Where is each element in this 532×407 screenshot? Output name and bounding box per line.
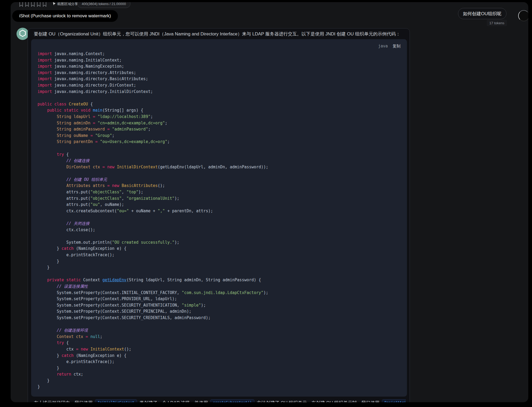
share-region-button[interactable]: 截图区域分享 xyxy=(53,2,78,6)
code-line: return ctx; xyxy=(38,371,401,378)
code-line xyxy=(38,233,401,239)
code-line: System.setProperty(Context.SECURITY_AUTH… xyxy=(38,302,401,309)
watermark-label: iShot (Purchase unlock to remove waterma… xyxy=(19,13,111,19)
token-count-badge: 17 tokens xyxy=(487,20,507,26)
bookmark-icon[interactable] xyxy=(43,2,47,7)
app-window: 截图区域分享 400(3604) tokens / 21.00000 iShot… xyxy=(11,2,528,402)
code-language-label: java xyxy=(378,44,388,48)
code-line: attrs.put("objectClass", "top"); xyxy=(38,189,401,196)
openai-logo-icon xyxy=(19,29,27,38)
code-line: import javax.naming.InitialContext; xyxy=(38,57,401,64)
code-line: attrs.put("objectClass", "organizational… xyxy=(38,196,401,202)
code-line: } catch (NamingException e) { xyxy=(38,353,401,359)
inline-code-chip: createSubcontext() xyxy=(210,399,254,402)
code-line: Context ctx = null; xyxy=(38,334,401,340)
code-line xyxy=(38,214,401,221)
code-line: String parentDn = "ou=Users,dc=example,d… xyxy=(38,139,401,145)
code-line: String ldapUrl = "ldap://localhost:389"; xyxy=(38,114,401,120)
user-message-bubble: 如何创建OU组织呢 xyxy=(458,8,507,19)
assistant-avatar xyxy=(17,28,29,40)
code-line: import javax.naming.NamingException; xyxy=(38,63,401,70)
code-line: import javax.naming.Context; xyxy=(38,51,401,57)
inline-code-chip: BasicAttributes xyxy=(382,399,406,402)
code-line: } xyxy=(38,378,401,384)
code-line: } catch (NamingException e) { xyxy=(38,246,401,252)
assistant-message-card: 要创建 OU（Organizational Unit）组织单元，您可以使用 JN… xyxy=(28,28,410,402)
bookmark-icon[interactable] xyxy=(37,2,41,7)
code-line: ctx.createSubcontext("ou=" + ouName + ",… xyxy=(38,208,401,214)
assistant-outro: 在上述示例代码中，我们使用 InitialDirContext 类创建了一个 L… xyxy=(34,399,406,402)
user-avatar xyxy=(518,10,528,21)
code-line: public static void main(String[] args) { xyxy=(38,107,401,114)
code-line: // 关闭连接 xyxy=(38,221,401,227)
token-stats-label: 400(3604) tokens / 21.00000 xyxy=(82,2,126,6)
code-line: DirContext ctx = new InitialDirContext(g… xyxy=(38,164,401,170)
share-region-label: 截图区域分享 xyxy=(57,2,78,6)
code-lines: import javax.naming.Context;import javax… xyxy=(38,51,401,390)
code-line: // 创建连接环境 xyxy=(38,327,401,334)
bookmark-icon[interactable] xyxy=(31,2,35,7)
code-line xyxy=(38,95,401,101)
code-line: String adminPassword = "adminPassword"; xyxy=(38,126,401,133)
copy-button[interactable]: 复制 xyxy=(393,44,401,49)
token-stats-pill: 400(3604) tokens / 21.00000 xyxy=(77,2,130,8)
code-line: } xyxy=(38,264,401,271)
token-count-text: 17 tokens xyxy=(489,21,504,25)
code-line xyxy=(38,321,401,328)
code-line: Attributes attrs = new BasicAttributes()… xyxy=(38,183,401,189)
code-line: public class CreateOU { xyxy=(38,101,401,108)
code-line: import javax.naming.directory.DirContext… xyxy=(38,82,401,89)
code-block-header: java 复制 xyxy=(38,42,401,50)
code-line: // 创建连接 xyxy=(38,158,401,164)
watermark-badge: iShot (Purchase unlock to remove waterma… xyxy=(12,10,118,22)
code-line: ctx = new InitialContext(); xyxy=(38,346,401,353)
code-line: String adminDn = "cn=admin,dc=example,dc… xyxy=(38,120,401,127)
code-line: } xyxy=(38,384,401,390)
code-line: } xyxy=(38,365,401,372)
code-line: e.printStackTrace(); xyxy=(38,359,401,365)
code-line: import javax.naming.directory.Attributes… xyxy=(38,70,401,76)
code-line: attrs.put("ou", ouName); xyxy=(38,202,401,208)
code-line: // 设置连接属性 xyxy=(38,283,401,290)
code-line: import javax.naming.directory.BasicAttri… xyxy=(38,76,401,82)
bookmark-icon[interactable] xyxy=(25,2,29,7)
user-message-text: 如何创建OU组织呢 xyxy=(463,11,502,17)
code-line: e.printStackTrace(); xyxy=(38,252,401,258)
code-line: ctx.close(); xyxy=(38,227,401,233)
code-line: // 创建 OU 组织单元 xyxy=(38,177,401,183)
code-line: System.setProperty(Context.SECURITY_CRED… xyxy=(38,315,401,321)
cursor-icon xyxy=(53,2,56,6)
inline-code-chip: InitialDirContext xyxy=(95,399,137,402)
code-line: try { xyxy=(38,152,401,158)
bookmark-icon[interactable] xyxy=(19,2,23,7)
code-line: System.setProperty(Context.PROVIDER_URL,… xyxy=(38,296,401,302)
assistant-intro-text: 要创建 OU（Organizational Unit）组织单元，您可以使用 JN… xyxy=(34,31,407,38)
code-block: java 复制 import javax.naming.Context;impo… xyxy=(31,39,407,397)
code-line: System.setProperty(Context.INITIAL_CONTE… xyxy=(38,290,401,296)
code-line xyxy=(38,170,401,177)
code-line: System.out.println("OU created successfu… xyxy=(38,239,401,246)
code-line: import javax.naming.directory.InitialDir… xyxy=(38,89,401,95)
code-line: } xyxy=(38,258,401,265)
code-line xyxy=(38,271,401,277)
code-line: System.setProperty(Context.SECURITY_PRIN… xyxy=(38,308,401,315)
code-line: try { xyxy=(38,340,401,346)
toolbar: 截图区域分享 400(3604) tokens / 21.00000 xyxy=(11,2,528,9)
code-line: String ouName = "Group"; xyxy=(38,133,401,139)
code-line xyxy=(38,145,401,152)
code-line: private static Context getLdapEnv(String… xyxy=(38,277,401,283)
